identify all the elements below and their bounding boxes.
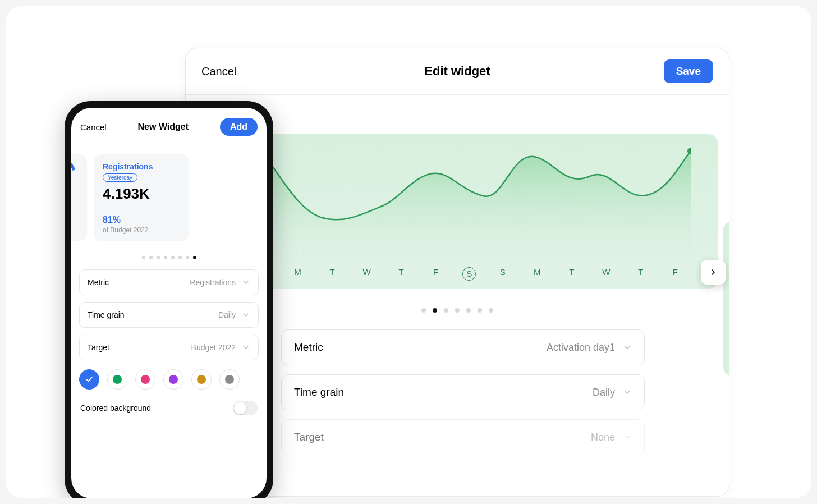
time-grain-value: Daily	[593, 387, 615, 398]
page-title: Edit widget	[424, 64, 490, 79]
next-button[interactable]	[701, 260, 726, 285]
day-tick: T	[633, 267, 649, 281]
chevron-down-icon	[241, 278, 250, 287]
color-dot	[197, 375, 206, 384]
color-dot	[113, 375, 122, 384]
pager-dot[interactable]	[142, 256, 145, 259]
color-swatch[interactable]	[163, 369, 183, 390]
pager-dot[interactable]	[171, 256, 175, 259]
pager-dot[interactable]	[421, 308, 426, 313]
day-tick: W	[359, 267, 375, 281]
check-icon	[85, 375, 94, 384]
day-tick: W	[598, 267, 614, 281]
save-button[interactable]: Save	[664, 59, 713, 83]
metric-label: Metric	[294, 341, 323, 354]
chevron-down-icon	[623, 388, 632, 397]
pager-dots[interactable]	[71, 256, 267, 259]
new-widget-screen: Cancel New Widget Add 4K ations et 2022 …	[71, 108, 267, 498]
chevron-down-icon	[241, 343, 250, 352]
phone-form: Metric Registrations Time grain Daily Ta…	[71, 269, 267, 360]
desktop-header: Cancel Edit widget Save	[186, 48, 729, 95]
time-grain-value: Daily	[218, 310, 236, 319]
metric-label: Metric	[88, 278, 109, 287]
phone-frame: Cancel New Widget Add 4K ations et 2022 …	[65, 101, 273, 498]
day-tick: F	[428, 267, 444, 281]
widget-card-partial: 4K ations et 2022	[71, 154, 87, 241]
add-button[interactable]: Add	[220, 118, 258, 136]
page-title: New Widget	[138, 122, 189, 132]
cancel-button[interactable]: Cancel	[201, 65, 236, 78]
widget-preview-scroll[interactable]: 4K ations et 2022 Registrations Yesterda…	[71, 144, 267, 241]
chart-x-ticks: SMTWTFSSMTWTFS	[253, 267, 718, 281]
chevron-down-icon	[623, 433, 632, 442]
pager-dot[interactable]	[455, 308, 460, 313]
day-tick: M	[290, 267, 306, 281]
pager-dot[interactable]	[193, 256, 196, 259]
colored-background-row: Colored background	[71, 395, 267, 421]
toggle-label: Colored background	[80, 404, 151, 413]
metric-select[interactable]: Metric Registrations	[79, 269, 259, 295]
pager-dot[interactable]	[444, 308, 448, 313]
pager-dot[interactable]	[149, 256, 153, 259]
pager-dot[interactable]	[489, 308, 493, 313]
target-select[interactable]: Target None	[281, 419, 645, 455]
pager-dot[interactable]	[157, 256, 160, 259]
metric-select[interactable]: Metric Activation day1	[281, 329, 645, 365]
svg-point-1	[687, 148, 691, 154]
chevron-right-icon	[709, 268, 718, 277]
metric-value: Activation day1	[547, 342, 615, 354]
phone-header: Cancel New Widget Add	[71, 108, 267, 144]
progress-ring-icon	[71, 152, 82, 196]
day-tick: T	[324, 267, 340, 281]
widget-percent-sub: of Budget 2022	[103, 226, 180, 234]
time-grain-select[interactable]: Time grain Daily	[79, 302, 259, 328]
cancel-button[interactable]: Cancel	[80, 122, 107, 132]
line-chart	[253, 134, 691, 255]
target-label: Target	[88, 343, 109, 352]
time-grain-select[interactable]: Time grain Daily	[281, 374, 645, 410]
color-dot	[141, 375, 150, 384]
day-tick: T	[393, 267, 409, 281]
colored-background-toggle[interactable]	[233, 401, 258, 415]
color-dot	[169, 375, 178, 384]
next-widget-peek: A	[723, 221, 729, 376]
color-swatch[interactable]	[107, 369, 127, 390]
day-tick: T	[564, 267, 580, 281]
pager-dot[interactable]	[433, 308, 437, 313]
pager-dot[interactable]	[178, 256, 182, 259]
color-swatch[interactable]	[135, 369, 155, 390]
widget-percent: 81%	[103, 215, 180, 225]
color-swatch[interactable]	[219, 369, 240, 390]
time-chip: Yesterday	[103, 173, 137, 182]
color-dot	[225, 375, 234, 384]
day-tick: M	[529, 267, 545, 281]
toggle-knob	[234, 402, 246, 414]
time-grain-label: Time grain	[294, 386, 344, 398]
color-swatches	[71, 360, 267, 395]
time-grain-label: Time grain	[88, 310, 125, 319]
chevron-down-icon	[241, 310, 250, 319]
day-tick: S	[495, 267, 511, 281]
day-tick: S	[462, 267, 476, 281]
widget-value: 4.193K	[103, 185, 180, 203]
pager-dot[interactable]	[164, 256, 167, 259]
pager-dot[interactable]	[466, 308, 471, 313]
target-value: Budget 2022	[191, 343, 236, 352]
target-label: Target	[294, 431, 324, 443]
chevron-down-icon	[623, 343, 632, 352]
color-swatch[interactable]	[79, 369, 99, 390]
metric-value: Registrations	[190, 278, 236, 287]
target-select[interactable]: Target Budget 2022	[79, 335, 259, 360]
pager-dot[interactable]	[186, 256, 189, 259]
color-swatch[interactable]	[191, 369, 212, 390]
target-value: None	[591, 432, 615, 443]
widget-card-registrations[interactable]: Registrations Yesterday 4.193K 81% of Bu…	[94, 154, 189, 241]
day-tick: F	[667, 267, 683, 281]
pager-dot[interactable]	[478, 308, 482, 313]
widget-title: Registrations	[103, 162, 180, 171]
